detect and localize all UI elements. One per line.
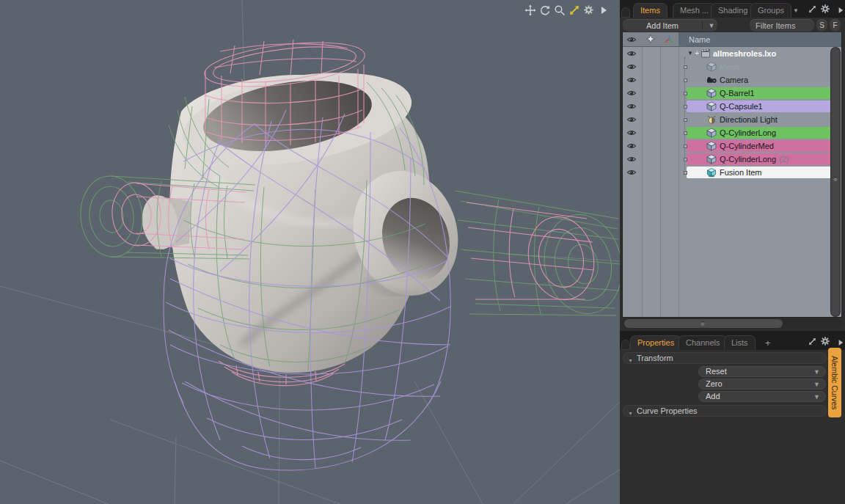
transform-section-header[interactable]: ▼ Transform xyxy=(623,352,827,364)
table-row[interactable]: Q-CylinderLong(2) xyxy=(623,153,841,166)
section-collapse-icon: ▼ xyxy=(628,409,633,419)
render-column-header[interactable] xyxy=(642,32,660,47)
eye-icon[interactable] xyxy=(626,75,637,85)
magnify-icon[interactable] xyxy=(553,4,566,16)
mesh-icon xyxy=(706,88,717,98)
tab-items[interactable]: Items xyxy=(633,3,667,18)
add-tab-button[interactable]: + xyxy=(765,337,771,348)
list-header: Name xyxy=(623,32,841,47)
mesh-icon xyxy=(706,128,717,138)
gear-icon[interactable] xyxy=(819,335,831,347)
scene-icon xyxy=(700,48,711,59)
detach-icon[interactable] xyxy=(806,3,818,15)
eye-icon[interactable] xyxy=(626,154,637,164)
camera-icon xyxy=(706,75,717,85)
eye-icon[interactable] xyxy=(626,48,637,59)
tab-overflow-stub[interactable] xyxy=(621,7,630,18)
eye-icon[interactable] xyxy=(626,141,637,151)
panel-expand-icon[interactable] xyxy=(835,4,845,16)
tree-bullet xyxy=(684,158,687,161)
tree-bullet xyxy=(684,78,687,82)
list-rows: ▼ + allmeshroles.lxo Mesh xyxy=(623,47,841,317)
table-row[interactable]: Camera xyxy=(623,73,841,87)
eye-icon[interactable] xyxy=(626,88,637,98)
alembic-curves-side-tab[interactable]: Alembic Curves xyxy=(828,348,841,417)
mesh-icon xyxy=(706,62,717,72)
gear-icon[interactable] xyxy=(819,3,831,15)
fusion-icon xyxy=(706,167,717,178)
add-item-button[interactable]: Add Item ▼ xyxy=(623,19,717,32)
orbit-icon[interactable] xyxy=(538,4,551,16)
tab-channels[interactable]: Channels xyxy=(678,335,727,350)
scrollbar-grip xyxy=(833,177,838,181)
scene-render xyxy=(0,0,620,504)
filter-items-input[interactable]: Filter Items xyxy=(750,19,814,32)
scrollbar-grip xyxy=(700,321,705,326)
tree-bullet xyxy=(684,145,687,148)
axis-icon xyxy=(664,34,674,44)
panel-expand-icon[interactable] xyxy=(835,337,845,348)
table-row[interactable]: Q-Capsule1 xyxy=(623,100,841,113)
table-row[interactable]: Q-CylinderMed xyxy=(623,139,841,153)
tab-properties[interactable]: Properties xyxy=(630,335,681,350)
locator-column-header[interactable] xyxy=(660,32,678,47)
expand-icon[interactable] xyxy=(597,4,610,16)
scrollbar-thumb[interactable] xyxy=(624,319,783,328)
eye-icon[interactable] xyxy=(626,101,637,112)
table-row[interactable]: Mesh xyxy=(623,60,841,73)
table-row[interactable]: Q-Barrel1 xyxy=(623,87,841,100)
item-tabs-bar: Items Mesh ... Shading Groups ▼ xyxy=(620,0,845,18)
list-horizontal-scrollbar[interactable] xyxy=(622,318,842,329)
name-column-header[interactable]: Name xyxy=(678,32,841,47)
property-tabs-bar: Properties Channels Lists + xyxy=(620,331,845,350)
table-row[interactable]: Q-CylinderLong xyxy=(623,126,841,139)
divider xyxy=(702,21,703,30)
3d-viewport[interactable] xyxy=(0,0,620,504)
tree-bullet xyxy=(684,131,687,135)
scrollbar-thumb[interactable] xyxy=(831,48,840,316)
section-collapse-icon: ▼ xyxy=(628,356,633,366)
tree-bullet xyxy=(684,118,687,122)
table-row[interactable]: ▼ + allmeshroles.lxo xyxy=(623,47,841,60)
maximize-icon[interactable] xyxy=(568,4,580,16)
tree-bullet xyxy=(684,92,687,95)
tab-list-caret-icon[interactable]: ▼ xyxy=(790,4,802,16)
eye-icon xyxy=(626,34,637,45)
mesh-icon xyxy=(706,141,717,151)
table-row[interactable]: Fusion Item xyxy=(623,166,841,179)
save-filter-s-button[interactable]: S xyxy=(816,19,827,32)
tab-shading[interactable]: Shading xyxy=(711,3,755,18)
table-row[interactable]: Directional Light xyxy=(623,113,841,126)
right-panel: Items Mesh ... Shading Groups ▼ Add Item xyxy=(620,0,845,504)
visibility-column-header[interactable] xyxy=(623,32,642,47)
list-vertical-scrollbar[interactable] xyxy=(830,47,841,317)
detach-icon[interactable] xyxy=(806,335,818,347)
collapse-triangle-icon[interactable]: ▼ xyxy=(687,48,693,59)
item-list: Name ▼ + allmeshroles.lxo xyxy=(622,32,842,318)
expand-all-icon[interactable]: + xyxy=(695,48,699,59)
caret-down-icon: ▼ xyxy=(813,379,820,390)
light-icon xyxy=(706,114,717,125)
eye-icon[interactable] xyxy=(626,114,637,125)
mesh-icon xyxy=(706,101,717,112)
eye-icon[interactable] xyxy=(626,128,637,138)
curve-properties-section-header[interactable]: ▼ Curve Properties xyxy=(623,405,827,417)
zero-dropdown[interactable]: Zero ▼ xyxy=(698,379,826,390)
tab-groups[interactable]: Groups xyxy=(750,3,791,18)
eye-icon[interactable] xyxy=(626,167,637,178)
mesh-icon xyxy=(706,154,717,164)
pan-icon[interactable] xyxy=(524,4,536,16)
tab-mesh[interactable]: Mesh ... xyxy=(673,3,716,18)
add-item-caret-icon[interactable]: ▼ xyxy=(706,22,717,29)
add-dropdown[interactable]: Add ▼ xyxy=(698,391,826,402)
save-filter-f-button[interactable]: F xyxy=(830,19,841,32)
viewport-hud xyxy=(524,4,610,16)
tab-lists[interactable]: Lists xyxy=(724,335,756,350)
eye-icon[interactable] xyxy=(626,62,637,72)
caret-down-icon: ▼ xyxy=(813,367,820,377)
reset-dropdown[interactable]: Reset ▼ xyxy=(698,366,826,377)
modo-window: Items Mesh ... Shading Groups ▼ Add Item xyxy=(0,0,845,504)
settings-icon[interactable] xyxy=(582,4,595,16)
tab-overflow-stub[interactable] xyxy=(621,340,630,350)
list-toolbar: Add Item ▼ Filter Items S F xyxy=(620,18,845,32)
